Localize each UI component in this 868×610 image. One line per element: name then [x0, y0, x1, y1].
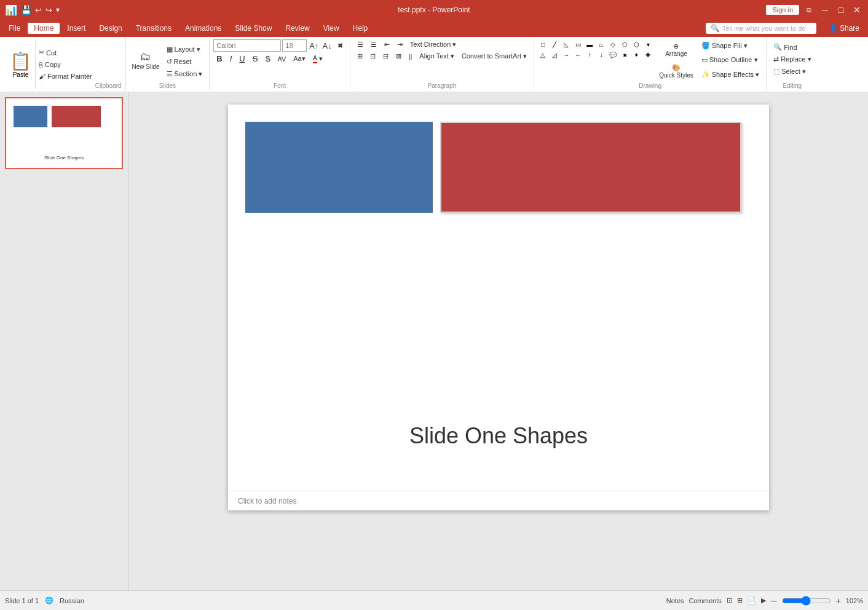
slide-canvas[interactable]: Slide One Shapes Click to add notes	[228, 105, 769, 510]
shape-callout[interactable]: 💬	[608, 50, 618, 60]
shape-more[interactable]: ▾	[643, 39, 653, 49]
reading-view-icon[interactable]: 📄	[748, 596, 756, 604]
menu-insert[interactable]: Insert	[61, 23, 92, 34]
menu-view[interactable]: View	[317, 23, 345, 34]
slide-sorter-icon[interactable]: ⊞	[737, 596, 743, 604]
editing-label: Editing	[783, 81, 802, 89]
new-slide-button[interactable]: 🗂 New Slide	[130, 50, 162, 71]
comments-button[interactable]: Comments	[689, 597, 722, 604]
shape-cross[interactable]: ✚	[643, 50, 653, 60]
section-button[interactable]: ☰ Section ▾	[164, 69, 206, 79]
align-text-button[interactable]: Align Text ▾	[416, 51, 457, 61]
quick-styles-button[interactable]: 🎨 Quick Styles	[657, 63, 696, 80]
paste-button[interactable]: 📋 Paste	[6, 39, 36, 89]
select-button[interactable]: ⬚ Select ▾	[770, 66, 814, 77]
restore-down-icon[interactable]: ⧉	[803, 4, 815, 16]
customize-icon[interactable]: ▾	[56, 6, 60, 14]
font-color-button[interactable]: A▾	[310, 53, 326, 65]
char-spacing-button[interactable]: AV	[274, 54, 289, 64]
slide-thumbnail[interactable]: Slide One Shapes	[5, 97, 123, 169]
shape-arrow-r[interactable]: →	[561, 50, 571, 60]
shape-outline-button[interactable]: ▭ Shape Outline ▾	[698, 55, 762, 65]
menu-home[interactable]: Home	[28, 23, 60, 34]
zoom-slider[interactable]	[782, 596, 831, 606]
underline-button[interactable]: U	[236, 53, 248, 65]
zoom-level[interactable]: 102%	[846, 597, 863, 604]
font-size-increase-button[interactable]: A↑	[308, 40, 320, 52]
shape-rtriangle[interactable]: ◿	[550, 50, 559, 60]
notes-button[interactable]: Notes	[666, 597, 684, 604]
shape-blue[interactable]	[245, 122, 433, 213]
font-size-decrease-button[interactable]: A↓	[321, 40, 333, 52]
convert-smartart-button[interactable]: Convert to SmartArt ▾	[459, 51, 530, 61]
shape-trapezoid[interactable]: ⏢	[596, 39, 606, 49]
clear-formatting-button[interactable]: ✖	[334, 41, 346, 51]
format-painter-button[interactable]: 🖌 Format Painter	[36, 71, 95, 81]
layout-button[interactable]: ▦ Layout ▾	[164, 44, 206, 55]
shape-triangle[interactable]: △	[538, 50, 548, 60]
shape-diag-rect[interactable]: ◺	[561, 39, 571, 49]
copy-button[interactable]: ⎘ Copy	[36, 60, 95, 69]
menu-file[interactable]: File	[2, 23, 26, 34]
notes-placeholder[interactable]: Click to add notes	[228, 491, 769, 510]
shape-effects-button[interactable]: ✨ Shape Effects ▾	[698, 69, 762, 80]
increase-indent-button[interactable]: ⇥	[394, 39, 406, 50]
change-case-button[interactable]: Aa▾	[290, 53, 308, 64]
quick-save-icon[interactable]: 💾	[21, 5, 31, 15]
bullet-list-button[interactable]: ☰	[354, 39, 366, 50]
shape-rect2[interactable]: ▬	[585, 39, 594, 49]
slide-title-text[interactable]: Slide One Shapes	[228, 423, 769, 449]
font-size-input[interactable]	[282, 39, 307, 52]
slideshow-icon[interactable]: ▶	[761, 596, 766, 604]
shape-red[interactable]	[440, 122, 741, 213]
font-name-input[interactable]	[213, 39, 281, 52]
shape-star5[interactable]: ★	[620, 50, 629, 60]
menu-help[interactable]: Help	[347, 23, 374, 34]
slide-thumb-canvas: Slide One Shapes	[9, 101, 119, 165]
arrange-button[interactable]: ⊕ Arrange	[657, 41, 696, 58]
shadow-button[interactable]: S	[262, 53, 273, 65]
shape-diamond[interactable]: ◇	[608, 39, 618, 49]
shape-arrow-d[interactable]: ↓	[596, 50, 606, 60]
shape-arrow-l[interactable]: ←	[573, 50, 583, 60]
shape-arrow-u[interactable]: ↑	[585, 50, 594, 60]
menu-transitions[interactable]: Transitions	[130, 23, 178, 34]
shape-rect[interactable]: □	[538, 39, 548, 49]
menu-animations[interactable]: Animations	[179, 23, 227, 34]
shape-round-rect[interactable]: ▭	[573, 39, 583, 49]
align-center-button[interactable]: ⊡	[367, 51, 379, 61]
zoom-in-button[interactable]: +	[836, 596, 841, 606]
numbered-list-button[interactable]: ☰	[368, 39, 380, 50]
normal-view-icon[interactable]: ⊡	[727, 596, 732, 604]
undo-icon[interactable]: ↩	[35, 6, 42, 15]
find-button[interactable]: 🔍 Find	[770, 42, 814, 52]
close-button[interactable]: ✕	[851, 4, 863, 16]
cut-button[interactable]: ✂ Cut	[36, 47, 95, 58]
menu-review[interactable]: Review	[279, 23, 315, 34]
bold-button[interactable]: B	[213, 53, 225, 65]
align-right-button[interactable]: ⊟	[380, 51, 392, 61]
replace-button[interactable]: ⇄ Replace ▾	[770, 54, 814, 65]
justify-button[interactable]: ⊠	[393, 51, 404, 61]
strikethrough-button[interactable]: S	[250, 53, 261, 65]
italic-button[interactable]: I	[227, 53, 235, 65]
share-button[interactable]: 👤 Share	[823, 23, 866, 34]
shape-pentagon[interactable]: ⬠	[620, 39, 629, 49]
shape-star6[interactable]: ✦	[631, 50, 641, 60]
minimize-button[interactable]: ─	[819, 4, 831, 16]
align-left-button[interactable]: ⊞	[354, 51, 366, 61]
menu-slideshow[interactable]: Slide Show	[229, 23, 278, 34]
shape-fill-button[interactable]: 🪣 Shape Fill ▾	[698, 41, 762, 51]
reset-button[interactable]: ↺ Reset	[164, 57, 206, 67]
maximize-button[interactable]: □	[835, 4, 847, 16]
text-direction-button[interactable]: Text Direction ▾	[407, 39, 460, 50]
menu-design[interactable]: Design	[93, 23, 128, 34]
zoom-out-button[interactable]: ─	[771, 596, 777, 606]
decrease-indent-button[interactable]: ⇤	[381, 39, 393, 50]
search-box[interactable]: 🔍 Tell me what you want to do	[706, 23, 816, 34]
column-button[interactable]: ||	[406, 52, 416, 61]
shape-line[interactable]: ╱	[550, 39, 559, 49]
sign-in-button[interactable]: Sign in	[766, 5, 799, 15]
shape-hexagon[interactable]: ⬡	[631, 39, 641, 49]
redo-icon[interactable]: ↪	[45, 6, 52, 15]
